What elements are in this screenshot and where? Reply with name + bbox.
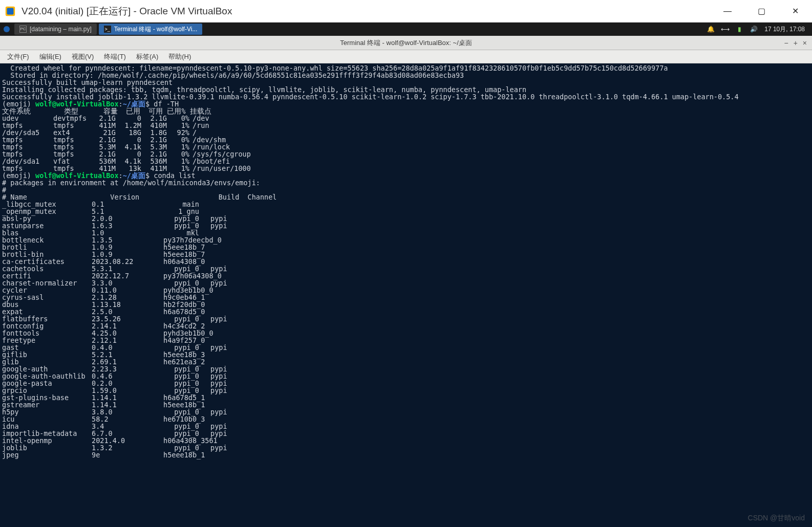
- terminal-menubar: 文件(F) 编辑(E) 视图(V) 终端(T) 标签(A) 帮助(H): [0, 50, 812, 63]
- network-icon[interactable]: ⟷: [721, 26, 729, 33]
- menu-file[interactable]: 文件(F): [3, 51, 33, 62]
- menu-tabs[interactable]: 标签(A): [132, 51, 162, 62]
- pycharm-icon: PC: [19, 26, 27, 33]
- sound-icon[interactable]: 🔊: [750, 26, 757, 33]
- terminal-window-title: Terminal 终端 - wolf@wolf-VirtualBox: ~/桌面: [0, 38, 812, 48]
- minimize-button[interactable]: —: [711, 0, 744, 22]
- notification-icon[interactable]: 🔔: [707, 26, 714, 33]
- close-button[interactable]: ✕: [778, 0, 812, 22]
- maximize-button[interactable]: ▢: [744, 0, 778, 22]
- terminal-close-button[interactable]: ×: [803, 39, 807, 47]
- taskbar-label: [datamining – main.py]: [30, 26, 92, 33]
- taskbar-item-pycharm[interactable]: PC [datamining – main.py]: [14, 24, 97, 35]
- clock[interactable]: 17 10月, 17:08: [764, 25, 805, 34]
- terminal-titlebar: Terminal 终端 - wolf@wolf-VirtualBox: ~/桌面…: [0, 36, 812, 50]
- terminal-icon: >_: [104, 26, 111, 33]
- battery-icon[interactable]: ▮: [736, 26, 743, 33]
- menu-terminal[interactable]: 终端(T): [100, 51, 130, 62]
- menu-help[interactable]: 帮助(H): [164, 51, 195, 62]
- menu-edit[interactable]: 编辑(E): [35, 51, 66, 62]
- terminal-output[interactable]: Created wheel for pynndescent: filename=…: [0, 63, 812, 527]
- activities-icon[interactable]: [0, 23, 13, 36]
- watermark: CSDN @甘晴void: [748, 514, 805, 523]
- window-title: V20.04 (initial) [正在运行] - Oracle VM Virt…: [22, 5, 711, 18]
- terminal-minimize-button[interactable]: −: [784, 39, 788, 47]
- taskbar-label: Terminal 终端 - wolf@wolf-Vi...: [114, 25, 198, 34]
- menu-view[interactable]: 视图(V): [68, 51, 98, 62]
- terminal-maximize-button[interactable]: +: [794, 39, 798, 47]
- svg-rect-1: [7, 8, 14, 14]
- virtualbox-icon: [4, 5, 16, 17]
- svg-point-2: [4, 26, 10, 32]
- windows-titlebar: V20.04 (initial) [正在运行] - Oracle VM Virt…: [0, 0, 812, 23]
- taskbar-item-terminal[interactable]: >_ Terminal 终端 - wolf@wolf-Vi...: [99, 24, 203, 35]
- ubuntu-top-panel: PC [datamining – main.py] >_ Terminal 终端…: [0, 23, 812, 36]
